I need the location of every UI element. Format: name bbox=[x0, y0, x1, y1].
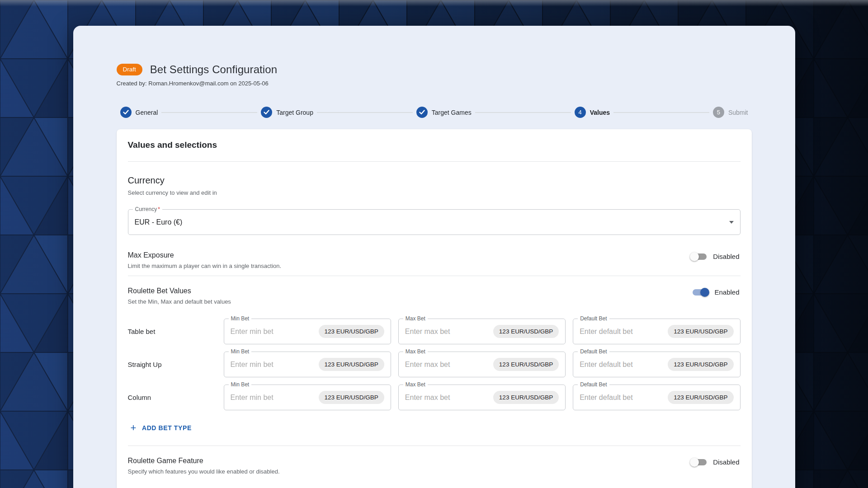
bet-values-grid: Table bet Min Bet 123 EUR/USD/GBP Max Be… bbox=[128, 319, 741, 410]
step-values[interactable]: 4 Values bbox=[571, 107, 613, 118]
column-max-input[interactable] bbox=[405, 394, 489, 402]
roulette-bet-values-row: Roulette Bet Values Set the Min, Max and… bbox=[128, 287, 741, 305]
field-label: Default Bet bbox=[578, 348, 609, 355]
roulette-game-feature-texts: Roulette Game Feature Specify which feat… bbox=[128, 457, 280, 475]
max-exposure-title: Max Exposure bbox=[128, 251, 282, 259]
bet-row-label: Column bbox=[128, 394, 217, 401]
currency-select-value: EUR - Euro (€) bbox=[135, 218, 183, 226]
column-min-input[interactable] bbox=[231, 394, 314, 402]
field-label: Default Bet bbox=[578, 381, 609, 388]
column-default-input[interactable] bbox=[580, 394, 663, 402]
max-exposure-toggle[interactable] bbox=[691, 253, 707, 260]
max-exposure-description: Limit the maximum a player can win in a … bbox=[128, 263, 282, 269]
created-by-text: Created by: Roman.Hromenkov@mail.com on … bbox=[117, 80, 752, 87]
straight-up-default-input[interactable] bbox=[580, 361, 663, 369]
required-asterisk: * bbox=[158, 206, 160, 212]
check-icon bbox=[261, 107, 272, 118]
field-label: Max Bet bbox=[403, 315, 428, 322]
step-label: Submit bbox=[728, 109, 748, 116]
stepper-connector bbox=[613, 112, 709, 113]
roulette-game-feature-description: Specify which features you would like en… bbox=[128, 468, 280, 475]
straight-up-default-field: Default Bet 123 EUR/USD/GBP bbox=[573, 352, 740, 377]
currency-select-label: Currency* bbox=[133, 206, 162, 213]
table-bet-default-input[interactable] bbox=[580, 328, 663, 336]
values-card: Values and selections Currency Select cu… bbox=[117, 129, 752, 488]
straight-up-min-field: Min Bet 123 EUR/USD/GBP bbox=[224, 352, 391, 377]
roulette-bet-values-title: Roulette Bet Values bbox=[128, 287, 231, 295]
currency-adornment-chip: 123 EUR/USD/GBP bbox=[493, 391, 559, 404]
main-panel: Draft Bet Settings Configuration Created… bbox=[73, 26, 795, 488]
currency-adornment-chip: 123 EUR/USD/GBP bbox=[319, 358, 384, 371]
add-bet-type-button[interactable]: + ADD BET TYPE bbox=[128, 420, 194, 436]
step-number-icon: 4 bbox=[575, 107, 586, 118]
stepper-connector bbox=[161, 112, 257, 113]
roulette-bet-values-toggle-group: Enabled bbox=[693, 288, 740, 296]
max-exposure-row: Max Exposure Limit the maximum a player … bbox=[128, 251, 741, 269]
step-target-games[interactable]: Target Games bbox=[413, 107, 475, 118]
roulette-game-feature-title: Roulette Game Feature bbox=[128, 457, 280, 465]
max-exposure-texts: Max Exposure Limit the maximum a player … bbox=[128, 251, 282, 269]
max-exposure-toggle-label: Disabled bbox=[713, 253, 739, 260]
page-title: Bet Settings Configuration bbox=[150, 63, 277, 76]
card-title: Values and selections bbox=[128, 140, 741, 150]
step-submit[interactable]: 5 Submit bbox=[709, 107, 752, 118]
table-bet-default-field: Default Bet 123 EUR/USD/GBP bbox=[573, 319, 740, 344]
step-number-icon: 5 bbox=[713, 107, 724, 118]
currency-adornment-chip: 123 EUR/USD/GBP bbox=[493, 325, 559, 338]
toggle-thumb bbox=[700, 288, 709, 297]
check-icon bbox=[416, 107, 428, 118]
straight-up-min-input[interactable] bbox=[231, 361, 314, 369]
add-bet-type-label: ADD BET TYPE bbox=[142, 424, 192, 432]
toggle-thumb bbox=[690, 252, 699, 261]
straight-up-max-field: Max Bet 123 EUR/USD/GBP bbox=[398, 352, 566, 377]
currency-select[interactable]: Currency* EUR - Euro (€) bbox=[128, 209, 741, 235]
table-bet-max-input[interactable] bbox=[405, 328, 489, 336]
stepper-connector bbox=[317, 112, 413, 113]
step-general[interactable]: General bbox=[117, 107, 162, 118]
field-label: Max Bet bbox=[403, 381, 428, 388]
chevron-down-icon bbox=[729, 221, 734, 224]
draft-status-badge: Draft bbox=[117, 64, 142, 75]
roulette-bet-values-description: Set the Min, Max and default bet values bbox=[128, 298, 231, 305]
step-label: Target Games bbox=[432, 109, 472, 116]
roulette-game-feature-row: Roulette Game Feature Specify which feat… bbox=[128, 457, 741, 475]
column-min-field: Min Bet 123 EUR/USD/GBP bbox=[224, 385, 391, 410]
divider bbox=[128, 161, 741, 162]
roulette-game-feature-toggle[interactable] bbox=[691, 459, 707, 465]
roulette-game-feature-toggle-label: Disabled bbox=[713, 458, 739, 466]
currency-adornment-chip: 123 EUR/USD/GBP bbox=[319, 325, 384, 338]
roulette-bet-values-texts: Roulette Bet Values Set the Min, Max and… bbox=[128, 287, 231, 305]
currency-adornment-chip: 123 EUR/USD/GBP bbox=[319, 391, 384, 404]
field-label: Min Bet bbox=[229, 348, 252, 355]
currency-subheading: Select currency to view and edit in bbox=[128, 189, 741, 196]
check-icon bbox=[120, 107, 132, 118]
roulette-bet-values-toggle[interactable] bbox=[693, 289, 708, 296]
field-label: Min Bet bbox=[229, 381, 252, 388]
table-bet-min-input[interactable] bbox=[231, 328, 314, 336]
plus-icon: + bbox=[131, 424, 137, 432]
roulette-bet-values-toggle-label: Enabled bbox=[714, 288, 739, 296]
bet-row-label: Table bet bbox=[128, 328, 217, 335]
toggle-thumb bbox=[690, 458, 699, 467]
column-default-field: Default Bet 123 EUR/USD/GBP bbox=[573, 385, 740, 410]
divider bbox=[128, 446, 741, 446]
currency-adornment-chip: 123 EUR/USD/GBP bbox=[668, 358, 733, 371]
page-header: Draft Bet Settings Configuration bbox=[117, 63, 752, 76]
bet-row-label: Straight Up bbox=[128, 361, 217, 368]
currency-adornment-chip: 123 EUR/USD/GBP bbox=[668, 325, 733, 338]
stepper: General Target Group Target Games 4 Valu… bbox=[117, 107, 752, 118]
roulette-game-feature-toggle-group: Disabled bbox=[691, 458, 740, 466]
step-target-group[interactable]: Target Group bbox=[257, 107, 317, 118]
table-bet-min-field: Min Bet 123 EUR/USD/GBP bbox=[224, 319, 391, 344]
column-max-field: Max Bet 123 EUR/USD/GBP bbox=[398, 385, 566, 410]
currency-adornment-chip: 123 EUR/USD/GBP bbox=[493, 358, 559, 371]
currency-adornment-chip: 123 EUR/USD/GBP bbox=[668, 391, 733, 404]
stepper-connector bbox=[475, 112, 571, 113]
currency-heading: Currency bbox=[128, 175, 741, 186]
field-label: Default Bet bbox=[578, 315, 609, 322]
field-label: Max Bet bbox=[403, 348, 428, 355]
straight-up-max-input[interactable] bbox=[405, 361, 489, 369]
table-bet-max-field: Max Bet 123 EUR/USD/GBP bbox=[398, 319, 566, 344]
step-label: Values bbox=[590, 109, 610, 116]
divider bbox=[128, 276, 741, 276]
